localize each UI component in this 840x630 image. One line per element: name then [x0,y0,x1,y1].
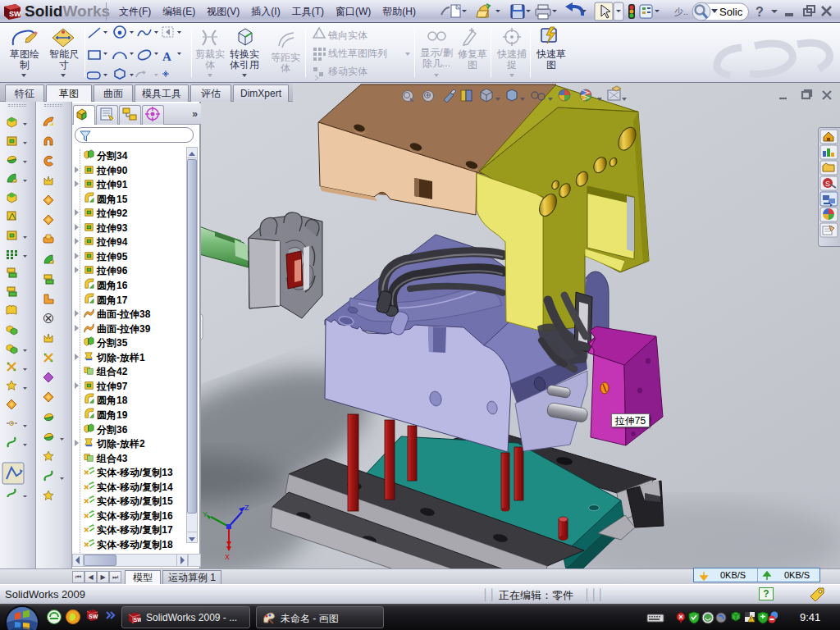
svg-text:!: ! [316,30,318,39]
svg-text:SW: SW [89,614,98,619]
svg-text:Solic: Solic [719,6,743,18]
svg-text:Z: Z [244,504,249,512]
svg-text:?: ? [756,5,764,19]
svg-text:X: X [225,553,230,561]
svg-text:SW: SW [9,10,21,18]
svg-text:少..: 少.. [674,7,688,16]
svg-text:A: A [162,50,171,63]
svg-text:Y: Y [203,510,208,518]
svg-text:SW: SW [134,617,142,623]
svg-text:S: S [825,180,830,188]
